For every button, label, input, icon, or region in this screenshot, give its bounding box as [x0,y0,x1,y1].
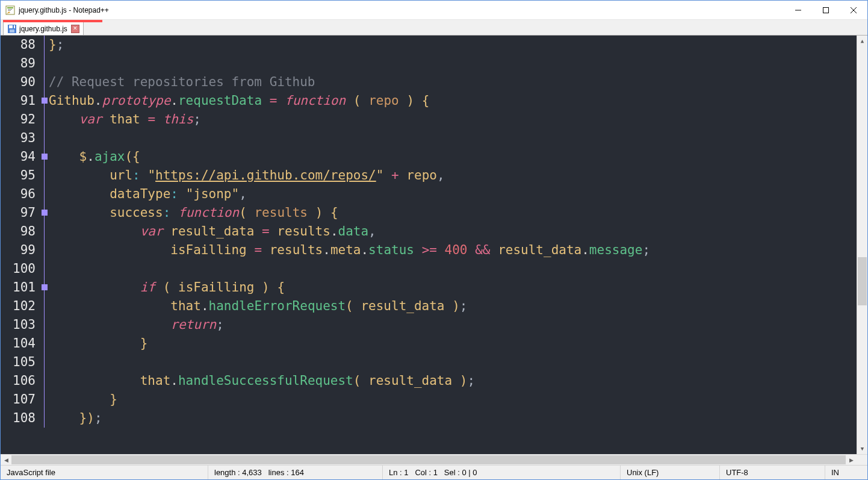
svg-rect-3 [8,10,11,11]
line-number: 91 [1,92,36,110]
app-icon [5,5,15,15]
scroll-track[interactable] [857,46,867,443]
svg-rect-1 [7,7,13,8]
scroll-left-arrow[interactable]: ◀ [1,455,11,465]
svg-rect-5 [823,7,829,13]
horizontal-scrollbar[interactable]: ◀ ▶ [1,454,867,465]
status-col: Col : 1 [415,468,438,477]
status-position: Ln : 1 Col : 1 Sel : 0 | 0 [383,466,621,479]
scroll-corner [857,455,867,465]
code-line[interactable]: that.handleSuccessfulRequest( result_dat… [49,372,857,390]
code-line[interactable]: if ( isFailling ) { [49,278,857,297]
code-line[interactable]: } [49,334,857,353]
titlebar: jquery.github.js - Notepad++ [1,1,867,20]
scroll-thumb[interactable] [858,257,867,305]
scroll-down-arrow[interactable]: ▼ [857,443,867,454]
line-number-gutter: 8889909192939495969798991001011021031041… [1,36,42,454]
code-line[interactable]: isFailling = results.meta.status >= 400 … [49,241,857,260]
status-insert-mode: IN [825,466,867,479]
code-line[interactable] [49,353,857,372]
line-number: 103 [1,316,36,334]
line-number: 102 [1,297,36,316]
line-number: 88 [1,36,36,54]
code-line[interactable]: success: function( results ) { [49,204,857,222]
fold-marker[interactable] [42,154,48,160]
line-number: 104 [1,334,36,353]
editor: 8889909192939495969798991001011021031041… [1,36,867,465]
code-area[interactable]: }; // Request repositories from GithubGi… [49,36,857,454]
line-number: 107 [1,390,36,409]
svg-rect-9 [9,25,15,28]
scroll-up-arrow[interactable]: ▲ [857,36,867,46]
fold-marker[interactable] [42,284,48,290]
line-number: 94 [1,148,36,166]
status-sel: Sel : 0 | 0 [444,468,477,477]
line-number: 105 [1,353,36,372]
line-number: 95 [1,166,36,185]
line-number: 93 [1,129,36,148]
status-length: length : 4,633 lines : 164 [208,466,383,479]
maximize-button[interactable] [812,1,840,19]
line-number: 99 [1,241,36,260]
code-line[interactable]: // Request repositories from Github [49,73,857,92]
status-ln: Ln : 1 [389,468,409,477]
line-number: 98 [1,222,36,241]
line-number: 108 [1,409,36,428]
vertical-scrollbar[interactable]: ▲ ▼ [857,36,867,454]
fold-marker[interactable] [42,210,48,216]
code-line[interactable]: Github.prototype.requestData = function … [49,92,857,110]
save-icon [7,24,17,34]
line-number: 100 [1,260,36,278]
code-line[interactable]: var that = this; [49,110,857,129]
line-number: 89 [1,54,36,73]
hscroll-track[interactable] [11,455,846,465]
line-number: 106 [1,372,36,390]
fold-column[interactable] [42,36,49,454]
tab-jquery-github-js[interactable]: jquery.github.js ✕ [3,22,84,35]
line-number: 97 [1,204,36,222]
code-line[interactable] [49,260,857,278]
code-line[interactable]: that.handleErrorRequest( result_data ); [49,297,857,316]
code-line[interactable]: var result_data = results.data, [49,222,857,241]
hscroll-thumb[interactable] [11,455,846,464]
line-number: 92 [1,110,36,129]
code-line[interactable]: url: "https://api.github.com/repos/" + r… [49,166,857,185]
scroll-right-arrow[interactable]: ▶ [846,455,857,465]
status-filetype: JavaScript file [1,466,208,479]
close-button[interactable] [840,1,867,19]
code-line[interactable]: } [49,390,857,409]
svg-rect-10 [10,30,14,33]
svg-rect-2 [8,9,12,10]
code-line[interactable]: return; [49,316,857,334]
status-eol: Unix (LF) [621,466,720,479]
tab-label: jquery.github.js [19,25,67,33]
status-encoding: UTF-8 [720,466,825,479]
line-number: 101 [1,278,36,297]
tab-close-icon[interactable]: ✕ [71,25,79,33]
status-length-value: length : 4,633 [214,468,262,477]
code-line[interactable]: }; [49,36,857,54]
window-title: jquery.github.js - Notepad++ [19,6,109,14]
code-line[interactable] [49,129,857,148]
code-line[interactable]: $.ajax({ [49,148,857,166]
tab-active-indicator [3,20,102,22]
line-number: 90 [1,73,36,92]
statusbar: JavaScript file length : 4,633 lines : 1… [1,465,867,479]
code-line[interactable]: }); [49,409,857,428]
line-number: 96 [1,185,36,204]
status-lines-value: lines : 164 [268,468,304,477]
code-line[interactable]: dataType: "jsonp", [49,185,857,204]
code-line[interactable] [49,54,857,73]
fold-marker[interactable] [42,98,48,104]
minimize-button[interactable] [784,1,812,19]
tabbar: jquery.github.js ✕ [1,20,867,36]
svg-rect-11 [13,25,14,28]
